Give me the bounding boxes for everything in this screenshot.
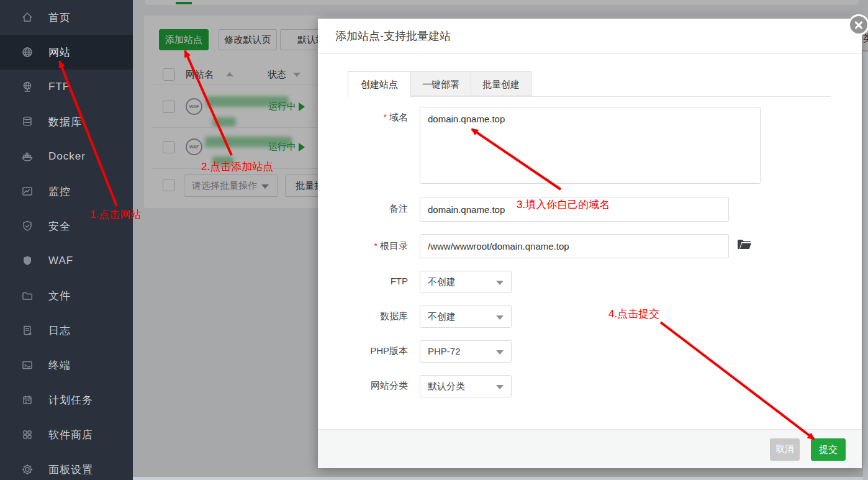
sidebar-item-website[interactable]: 网站 xyxy=(0,35,133,70)
ftp-label: FTP xyxy=(318,276,408,286)
shield-icon xyxy=(21,255,34,267)
sidebar-item-label: 软件商店 xyxy=(48,428,93,442)
terminal-icon xyxy=(21,359,34,371)
required-asterisk: * xyxy=(384,112,387,122)
root-dir-input[interactable] xyxy=(420,234,729,258)
database-label-text: 数据库 xyxy=(380,310,408,321)
submit-button[interactable]: 提交 xyxy=(811,438,846,461)
annotation-step1: 1.点击网站 xyxy=(90,207,141,222)
cancel-button[interactable]: 取消 xyxy=(770,438,800,461)
site-category-label: 网站分类 xyxy=(318,380,408,392)
sidebar-item-label: 计划任务 xyxy=(48,393,93,407)
database-select[interactable]: 不创建 xyxy=(420,306,512,328)
database-icon xyxy=(21,115,34,128)
sidebar-item-label: 安全 xyxy=(48,219,71,233)
sidebar-item-waf[interactable]: WAF xyxy=(0,243,133,278)
tab-create-site[interactable]: 创建站点 xyxy=(348,71,411,97)
sidebar-item-ftp[interactable]: FTP xyxy=(0,70,133,104)
gear-icon xyxy=(21,463,34,476)
tab-one-click-deploy[interactable]: 一键部署 xyxy=(410,71,471,96)
domain-label-text: 域名 xyxy=(389,112,408,122)
shield-check-icon xyxy=(21,220,34,232)
home-icon xyxy=(21,11,34,24)
globe-icon xyxy=(21,46,34,58)
chevron-down-icon xyxy=(496,385,504,389)
sidebar-item-label: 终端 xyxy=(48,358,71,373)
site-category-select-value: 默认分类 xyxy=(428,381,465,391)
sidebar-item-home[interactable]: 首页 xyxy=(0,0,133,35)
annotation-step4: 4.点击提交 xyxy=(608,307,659,321)
sidebar-item-label: WAF xyxy=(48,255,73,267)
remark-label-text: 备注 xyxy=(389,203,408,214)
calendar-icon xyxy=(21,394,34,406)
dialog-footer: 取消 提交 xyxy=(318,429,862,468)
sidebar-item-label: 日志 xyxy=(48,324,71,338)
sidebar-item-label: 面板设置 xyxy=(48,463,93,477)
sidebar-item-logs[interactable]: 日志 xyxy=(0,313,133,348)
horizontal-scrollbar[interactable] xyxy=(133,477,868,480)
sidebar-item-label: FTP xyxy=(48,81,70,93)
root-dir-label: *根目录 xyxy=(318,240,408,252)
close-button[interactable] xyxy=(848,14,868,35)
chevron-down-icon xyxy=(496,281,504,285)
dialog-header: 添加站点-支持批量建站 xyxy=(318,19,862,54)
remark-label: 备注 xyxy=(318,203,408,215)
domain-textarea[interactable]: domain.qname.top xyxy=(420,107,761,184)
sidebar-item-appstore[interactable]: 软件商店 xyxy=(0,417,133,452)
dialog-title: 添加站点-支持批量建站 xyxy=(335,19,451,54)
php-version-select[interactable]: PHP-72 xyxy=(420,340,512,363)
add-site-dialog: 添加站点-支持批量建站 创建站点 一键部署 批量创建 *域名 domain.qn… xyxy=(318,19,862,468)
sidebar-item-monitor[interactable]: 监控 xyxy=(0,174,133,209)
chevron-down-icon xyxy=(496,315,504,320)
monitor-icon xyxy=(21,185,34,197)
folder-icon xyxy=(21,289,34,302)
required-asterisk: * xyxy=(374,241,377,251)
sidebar: 首页 网站 FTP 数据库 Docker 监控 安全 WAF 文件 日志 终端 xyxy=(0,0,133,480)
ftp-select-value: 不创建 xyxy=(428,276,456,287)
sidebar-item-docker[interactable]: Docker xyxy=(0,139,133,174)
sidebar-item-label: 文件 xyxy=(48,289,71,303)
sidebar-item-label: 网站 xyxy=(48,45,71,60)
site-category-label-text: 网站分类 xyxy=(371,380,408,391)
root-dir-label-text: 根目录 xyxy=(380,240,408,251)
dialog-tabs: 创建站点 一键部署 批量创建 xyxy=(348,71,531,97)
sidebar-item-cron[interactable]: 计划任务 xyxy=(0,383,133,417)
close-icon xyxy=(854,20,864,30)
sidebar-item-terminal[interactable]: 终端 xyxy=(0,348,133,383)
php-version-label: PHP版本 xyxy=(318,345,408,357)
sidebar-item-files[interactable]: 文件 xyxy=(0,278,133,313)
sidebar-item-database[interactable]: 数据库 xyxy=(0,104,133,139)
ftp-select[interactable]: 不创建 xyxy=(420,271,512,293)
tab-batch-create[interactable]: 批量创建 xyxy=(471,71,531,96)
sidebar-item-label: 首页 xyxy=(48,11,71,25)
store-grid-icon xyxy=(21,428,34,441)
php-version-label-text: PHP版本 xyxy=(370,345,408,356)
vertical-scrollbar[interactable] xyxy=(863,52,868,480)
sidebar-item-label: 监控 xyxy=(48,184,71,199)
domain-label: *域名 xyxy=(318,112,408,124)
database-label: 数据库 xyxy=(318,310,408,322)
site-category-select[interactable]: 默认分类 xyxy=(420,375,512,397)
docker-icon xyxy=(21,150,34,163)
database-select-value: 不创建 xyxy=(428,311,456,322)
log-icon xyxy=(21,324,34,337)
sidebar-item-panel-settings[interactable]: 面板设置 xyxy=(0,452,133,480)
php-version-select-value: PHP-72 xyxy=(428,346,461,356)
browse-folder-icon[interactable] xyxy=(738,239,751,250)
sidebar-item-label: 数据库 xyxy=(48,115,82,129)
annotation-step2: 2.点击添加站点 xyxy=(201,160,273,174)
ftp-label-text: FTP xyxy=(391,276,408,286)
sidebar-item-label: Docker xyxy=(48,150,86,163)
ftp-globe-icon xyxy=(21,81,34,93)
annotation-step3: 3.填入你自己的域名 xyxy=(517,197,610,212)
chevron-down-icon xyxy=(496,350,504,355)
